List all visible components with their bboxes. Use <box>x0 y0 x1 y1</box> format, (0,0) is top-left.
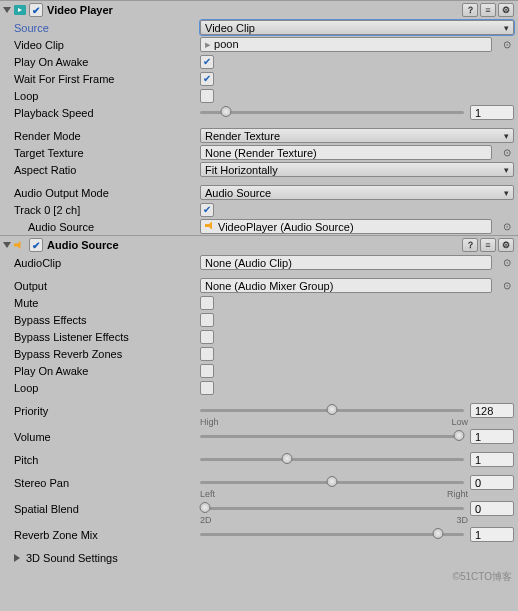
aspect-ratio-dropdown[interactable]: Fit Horizontally ▾ <box>200 162 514 177</box>
audio-source-field[interactable]: VideoPlayer (Audio Source) <box>200 219 492 234</box>
spatial-blend-label: Spatial Blend <box>14 503 200 515</box>
audio-source-title: Audio Source <box>47 239 460 251</box>
play-on-awake-checkbox[interactable]: ✔ <box>200 55 214 69</box>
as-play-on-awake-label: Play On Awake <box>14 365 200 377</box>
3d-sound-settings-label: 3D Sound Settings <box>26 552 118 564</box>
as-play-on-awake-checkbox[interactable] <box>200 364 214 378</box>
volume-label: Volume <box>14 431 200 443</box>
wait-first-frame-checkbox[interactable]: ✔ <box>200 72 214 86</box>
help-button[interactable]: ？ <box>462 238 478 252</box>
enable-audio-source-checkbox[interactable]: ✔ <box>29 238 43 252</box>
foldout-icon[interactable] <box>14 554 20 562</box>
object-picker-icon[interactable]: ⊙ <box>500 221 514 232</box>
aspect-ratio-label: Aspect Ratio <box>14 164 200 176</box>
target-texture-field[interactable]: None (Render Texture) <box>200 145 492 160</box>
help-button[interactable]: ？ <box>462 3 478 17</box>
audio-output-mode-dropdown[interactable]: Audio Source ▾ <box>200 185 514 200</box>
reverb-zone-mix-label: Reverb Zone Mix <box>14 529 200 541</box>
stereo-pan-value[interactable]: 0 <box>470 475 514 490</box>
bypass-reverb-label: Bypass Reverb Zones <box>14 348 200 360</box>
chevron-down-icon: ▾ <box>504 131 509 141</box>
video-clip-field[interactable]: ▸ poon <box>200 37 492 52</box>
video-player-header[interactable]: ✔ Video Player ？ ≡ ⚙ <box>0 1 518 19</box>
playback-speed-label: Playback Speed <box>14 107 200 119</box>
object-picker-icon[interactable]: ⊙ <box>500 257 514 268</box>
volume-value[interactable]: 1 <box>470 429 514 444</box>
as-loop-label: Loop <box>14 382 200 394</box>
render-mode-label: Render Mode <box>14 130 200 142</box>
source-dropdown[interactable]: Video Clip ▾ <box>200 20 514 35</box>
source-label: Source <box>14 22 200 34</box>
mute-label: Mute <box>14 297 200 309</box>
wait-first-frame-label: Wait For First Frame <box>14 73 200 85</box>
pitch-label: Pitch <box>14 454 200 466</box>
bypass-listener-label: Bypass Listener Effects <box>14 331 200 343</box>
pitch-value[interactable]: 1 <box>470 452 514 467</box>
priority-value[interactable]: 128 <box>470 403 514 418</box>
video-player-component: ✔ Video Player ？ ≡ ⚙ Source Video Clip ▾… <box>0 0 518 235</box>
reverb-zone-mix-slider[interactable] <box>200 533 464 536</box>
audio-output-mode-label: Audio Output Mode <box>14 187 200 199</box>
chevron-down-icon: ▾ <box>504 165 509 175</box>
render-mode-dropdown[interactable]: Render Texture ▾ <box>200 128 514 143</box>
spatial-blend-value[interactable]: 0 <box>470 501 514 516</box>
reverb-zone-mix-value[interactable]: 1 <box>470 527 514 542</box>
priority-slider[interactable] <box>200 409 464 412</box>
mute-checkbox[interactable] <box>200 296 214 310</box>
object-picker-icon[interactable]: ⊙ <box>500 280 514 291</box>
watermark: ©51CTO博客 <box>0 566 518 588</box>
slider-thumb[interactable] <box>221 106 232 117</box>
bypass-reverb-checkbox[interactable] <box>200 347 214 361</box>
stereo-pan-slider[interactable] <box>200 481 464 484</box>
volume-slider[interactable] <box>200 435 464 438</box>
options-button[interactable]: ⚙ <box>498 238 514 252</box>
audioclip-label: AudioClip <box>14 257 200 269</box>
spatial-blend-slider[interactable] <box>200 507 464 510</box>
as-loop-checkbox[interactable] <box>200 381 214 395</box>
pitch-slider[interactable] <box>200 458 464 461</box>
options-button[interactable]: ⚙ <box>498 3 514 17</box>
preset-button[interactable]: ≡ <box>480 238 496 252</box>
stereo-pan-label: Stereo Pan <box>14 477 200 489</box>
foldout-icon[interactable] <box>3 7 11 13</box>
object-picker-icon[interactable]: ⊙ <box>500 39 514 50</box>
enable-video-player-checkbox[interactable]: ✔ <box>29 3 43 17</box>
audio-source-label: Audio Source <box>28 221 200 233</box>
video-clip-label: Video Clip <box>14 39 200 51</box>
track-0-label: Track 0 [2 ch] <box>14 204 200 216</box>
video-player-icon <box>13 3 27 17</box>
playback-speed-slider[interactable] <box>200 111 464 114</box>
output-label: Output <box>14 280 200 292</box>
priority-label: Priority <box>14 405 200 417</box>
foldout-icon[interactable] <box>3 242 11 248</box>
loop-checkbox[interactable] <box>200 89 214 103</box>
target-texture-label: Target Texture <box>14 147 200 159</box>
video-player-title: Video Player <box>47 4 460 16</box>
loop-label: Loop <box>14 90 200 102</box>
output-field[interactable]: None (Audio Mixer Group) <box>200 278 492 293</box>
audioclip-field[interactable]: None (Audio Clip) <box>200 255 492 270</box>
audio-source-header[interactable]: ✔ Audio Source ？ ≡ ⚙ <box>0 236 518 254</box>
playback-speed-value[interactable]: 1 <box>470 105 514 120</box>
bypass-effects-label: Bypass Effects <box>14 314 200 326</box>
bypass-listener-checkbox[interactable] <box>200 330 214 344</box>
preset-button[interactable]: ≡ <box>480 3 496 17</box>
chevron-down-icon: ▾ <box>504 23 509 33</box>
chevron-down-icon: ▾ <box>504 188 509 198</box>
audio-icon <box>205 221 215 231</box>
object-picker-icon[interactable]: ⊙ <box>500 147 514 158</box>
3d-sound-settings-row[interactable]: 3D Sound Settings <box>0 549 518 566</box>
track-0-checkbox[interactable]: ✔ <box>200 203 214 217</box>
audio-source-icon <box>13 238 27 252</box>
bypass-effects-checkbox[interactable] <box>200 313 214 327</box>
play-on-awake-label: Play On Awake <box>14 56 200 68</box>
audio-source-component: ✔ Audio Source ？ ≡ ⚙ AudioClip None (Aud… <box>0 235 518 566</box>
